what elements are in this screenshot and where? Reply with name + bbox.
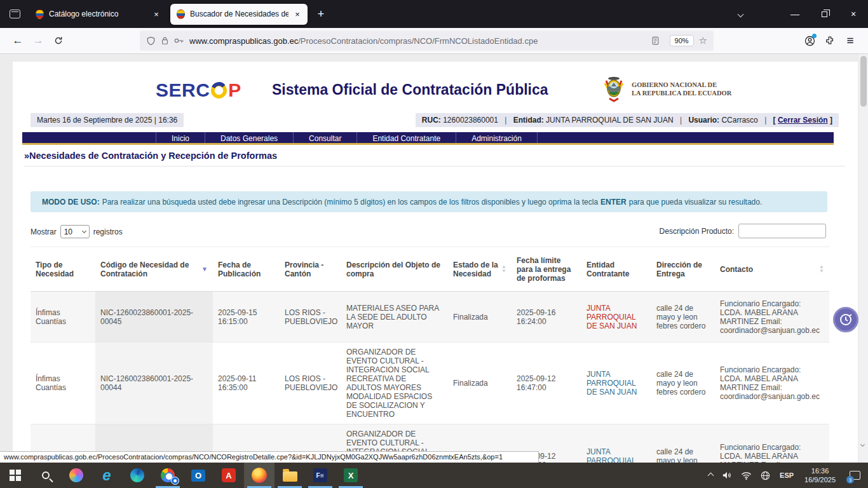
cell-estado: Finalizada xyxy=(448,342,512,424)
filter-row: Descripción Producto: xyxy=(660,224,826,238)
account-icon[interactable] xyxy=(799,31,820,50)
taskbar: e ☻ O A F≡ X ESP 16:36 16/9/2025 xyxy=(0,463,868,488)
excel-icon: X xyxy=(344,468,358,482)
list-all-tabs-chevron-icon[interactable] xyxy=(729,0,751,28)
reader-mode-icon[interactable] xyxy=(651,36,660,45)
url-bar[interactable]: www.compraspublicas.gob.ec/ProcesoContra… xyxy=(140,30,714,51)
clock-icon xyxy=(839,313,853,327)
clock[interactable]: 16:36 16/9/2025 xyxy=(804,466,836,485)
bookmark-star-icon[interactable]: ☆ xyxy=(699,35,707,46)
close-button[interactable]: × xyxy=(839,0,868,28)
forward-button[interactable]: → xyxy=(28,31,48,50)
col-codigo-necesidad[interactable]: Código de Necesidad de Contratación▼ xyxy=(95,247,213,292)
sort-icon: ▲▼ xyxy=(501,265,506,273)
hidden-icons-chevron-icon[interactable] xyxy=(709,473,713,478)
tab-catalogo-electronico[interactable]: Catálogo electrónico × xyxy=(29,4,166,25)
fe-app-button[interactable]: F≡ xyxy=(305,463,336,488)
outlook-button[interactable]: O xyxy=(183,463,214,488)
nav-item-administracion[interactable]: Administración xyxy=(456,132,538,143)
shield-icon[interactable] xyxy=(146,36,156,46)
network-icon[interactable] xyxy=(741,471,752,480)
search-button[interactable] xyxy=(31,463,61,488)
copilot-button[interactable] xyxy=(61,463,92,488)
col-tipo-necesidad[interactable]: Tipo de Necesidad xyxy=(31,247,95,292)
internet-explorer-button[interactable]: e xyxy=(92,463,122,488)
edge-button[interactable] xyxy=(122,463,153,488)
product-description-input[interactable] xyxy=(738,224,826,238)
col-estado-necesidad[interactable]: Estado de la Necesidad▲▼ xyxy=(448,247,512,292)
reload-button[interactable] xyxy=(48,31,69,50)
cell-direccion: calle 24 de mayo y leon febres cordero xyxy=(651,342,715,424)
tab-close-icon[interactable]: × xyxy=(150,8,163,20)
tab-title: Buscador de Necesidades de Co xyxy=(190,10,288,18)
needs-table-wrap: Tipo de Necesidad Código de Necesidad de… xyxy=(31,247,829,463)
nav-item-consultar[interactable]: Consultar xyxy=(293,132,356,143)
table-row: Ínfimas Cuantías NIC-1260023860001-2025-… xyxy=(31,342,829,424)
ruc-label: RUC: xyxy=(422,116,441,125)
accessibility-widget[interactable] xyxy=(833,307,858,332)
screen: Catálogo electrónico × Buscador de Neces… xyxy=(0,0,868,488)
col-fecha-limite[interactable]: Fecha límite para la entrega de proforma… xyxy=(512,247,581,292)
notification-button[interactable]: 3 xyxy=(841,463,868,488)
file-explorer-button[interactable] xyxy=(275,463,305,488)
globe-icon[interactable] xyxy=(761,471,770,480)
sercop-logo-serc: SERC xyxy=(156,79,210,101)
firefox-view-button[interactable] xyxy=(5,4,24,24)
usuario-label: Usuario: xyxy=(688,116,719,125)
language-indicator[interactable]: ESP xyxy=(780,471,794,479)
scrollbar[interactable] xyxy=(859,54,868,463)
entity-link[interactable]: JUNTA PARROQUIAL DE SAN JUAN xyxy=(587,447,637,463)
excel-button[interactable]: X xyxy=(336,463,366,488)
restore-icon xyxy=(822,11,827,17)
firefox-button[interactable] xyxy=(244,463,275,488)
logout-link[interactable]: Cerrar Sesión xyxy=(778,116,828,125)
url-domain: www.compraspublicas.gob.ec xyxy=(189,36,298,46)
extensions-icon[interactable] xyxy=(820,31,840,50)
lock-icon[interactable] xyxy=(161,36,169,45)
col-direccion-entrega[interactable]: Dirección de Entrega xyxy=(651,247,715,292)
volume-icon[interactable] xyxy=(722,471,732,480)
nav-item-inicio[interactable]: Inicio xyxy=(156,132,205,143)
ecuador-favicon xyxy=(177,10,185,19)
minimize-button[interactable]: — xyxy=(780,0,810,28)
zoom-level-badge[interactable]: 90% xyxy=(670,35,694,46)
ecuador-emblem: GOBIERNO NACIONAL DE LA REPUBLICA DEL EC… xyxy=(601,76,731,102)
search-icon xyxy=(42,471,50,479)
back-button[interactable]: ← xyxy=(8,31,28,50)
folder-icon xyxy=(283,471,297,482)
tab-buscador-necesidades[interactable]: Buscador de Necesidades de Co × xyxy=(170,4,308,25)
page-size-select[interactable]: 10 xyxy=(60,225,90,238)
acrobat-button[interactable]: A xyxy=(214,463,244,488)
menu-icon[interactable]: ≡ xyxy=(840,31,860,50)
new-tab-button[interactable]: + xyxy=(311,4,330,24)
scroll-down-icon[interactable] xyxy=(861,437,864,449)
url-text[interactable]: www.compraspublicas.gob.ec/ProcesoContra… xyxy=(189,36,651,46)
cell-direccion: calle 24 de mayo y leon febres cordero xyxy=(651,292,715,342)
restore-button[interactable] xyxy=(810,0,839,28)
nav-item-datos-generales[interactable]: Datos Generales xyxy=(205,132,293,143)
cell-contacto: Funcionario Encargado: LCDA. MABEL ARANA… xyxy=(715,424,829,463)
main-nav: Inicio Datos Generales Consultar Entidad… xyxy=(22,132,834,145)
col-provincia-canton[interactable]: Provincia - Cantón xyxy=(280,247,341,292)
nav-item-entidad-contratante[interactable]: Entidad Contratante xyxy=(356,132,456,143)
col-entidad-contratante[interactable]: Entidad Contratante xyxy=(581,247,651,292)
chrome-button[interactable]: ☻ xyxy=(153,463,183,488)
key-permission-icon[interactable] xyxy=(174,37,184,44)
cell-fecha-limite: 2025-09-12 16:47:00 xyxy=(512,342,581,424)
cell-tipo: Ínfimas Cuantías xyxy=(31,342,95,424)
col-descripcion-objeto[interactable]: Descripción del Objeto de compra xyxy=(341,247,448,292)
tray-time: 16:36 xyxy=(804,466,836,475)
scrollbar-thumb[interactable] xyxy=(860,56,867,107)
entity-link[interactable]: JUNTA PARROQUIAL DE SAN JUAN xyxy=(587,304,637,330)
entidad-label: Entidad: xyxy=(513,116,544,125)
system-tray: ESP 16:36 16/9/2025 3 xyxy=(704,463,868,488)
browser-tab-bar: Catálogo electrónico × Buscador de Neces… xyxy=(0,0,868,28)
chrome-profile-badge: ☻ xyxy=(171,477,179,485)
entity-link[interactable]: JUNTA PARROQUIAL DE SAN JUAN xyxy=(587,370,637,396)
start-button[interactable] xyxy=(0,463,31,488)
show-label: Mostrar xyxy=(31,227,57,236)
col-contacto[interactable]: Contacto▲▼ xyxy=(715,247,829,292)
col-fecha-publicacion[interactable]: Fecha de Publicación xyxy=(213,247,280,292)
site-title: Sistema Oficial de Contratación Pública xyxy=(272,81,548,98)
tab-close-icon[interactable]: × xyxy=(291,8,304,20)
